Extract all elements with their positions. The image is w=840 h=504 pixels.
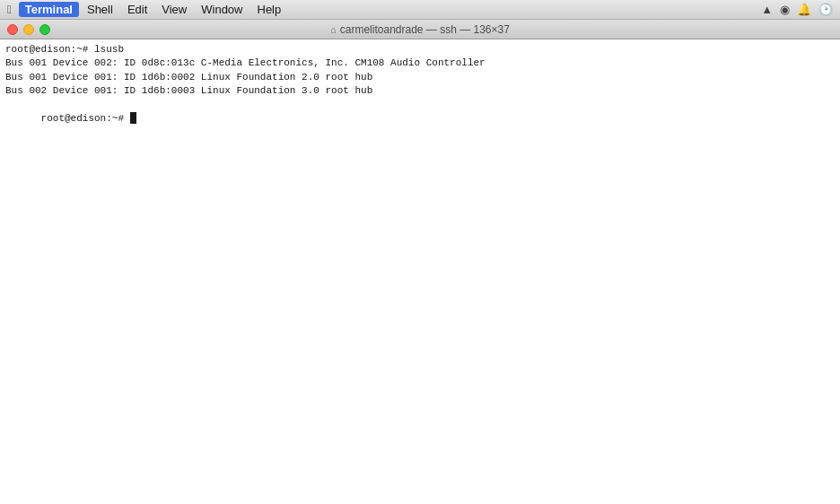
home-icon: ⌂ [330,24,337,35]
window-title: ⌂ carmelitoandrade — ssh — 136×37 [330,23,510,36]
menubar:  Terminal Shell Edit View Window Help ▲… [0,0,840,20]
traffic-lights [0,24,50,35]
terminal-window: ⌂ carmelitoandrade — ssh — 136×37 root@e… [0,20,840,504]
minimize-button[interactable] [23,24,34,35]
titlebar: ⌂ carmelitoandrade — ssh — 136×37 [0,20,840,39]
terminal-line: root@edison:~# lsusb [5,43,835,56]
maximize-button[interactable] [39,24,50,35]
menu-terminal[interactable]: Terminal [19,2,79,17]
menu-window[interactable]: Window [195,2,249,17]
clock-icon: 🕑 [818,3,833,16]
menu-shell[interactable]: Shell [81,2,119,17]
window-title-text: carmelitoandrade — ssh — 136×37 [340,23,510,36]
terminal-line: Bus 001 Device 001: ID 1d6b:0002 Linux F… [5,71,835,84]
menubar-right: ▲ ◉ 🔔 🕑 [761,3,833,16]
menu-help[interactable]: Help [251,2,288,17]
notification-icon[interactable]: 🔔 [797,3,811,16]
terminal-prompt-line: root@edison:~# [5,99,835,140]
airport-icon[interactable]: ◉ [780,3,790,16]
terminal-cursor [130,112,136,124]
terminal-line: Bus 002 Device 001: ID 1d6b:0003 Linux F… [5,84,835,98]
menu-edit[interactable]: Edit [121,2,153,17]
terminal-line: Bus 001 Device 002: ID 0d8c:013c C-Media… [5,56,835,70]
menu-view[interactable]: View [155,2,193,17]
timemachine-icon[interactable]: ▲ [761,3,773,16]
terminal-content[interactable]: root@edison:~# lsusb Bus 001 Device 002:… [0,39,840,504]
apple-menu[interactable]:  [7,3,12,16]
close-button[interactable] [7,24,18,35]
